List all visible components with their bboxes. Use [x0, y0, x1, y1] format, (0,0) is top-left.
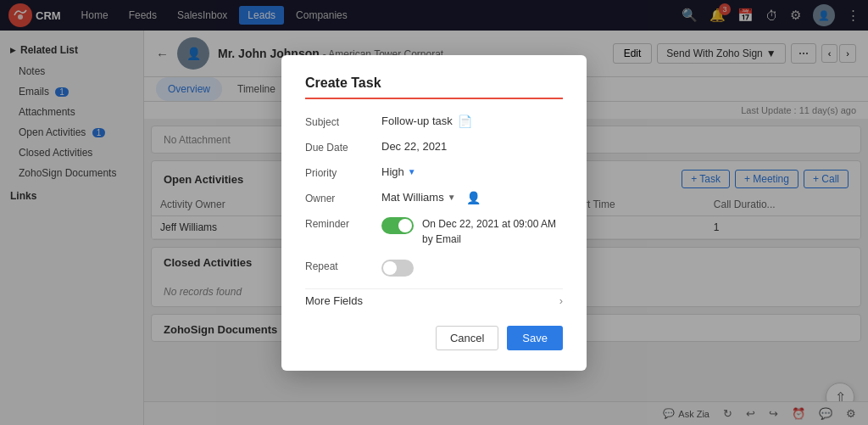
- save-button[interactable]: Save: [507, 326, 563, 350]
- reminder-text: On Dec 22, 2021 at 09:00 AM by Email: [422, 216, 556, 247]
- reminder-row: Reminder On Dec 22, 2021 at 09:00 AM by …: [305, 216, 563, 247]
- priority-dropdown[interactable]: High ▼: [381, 165, 416, 178]
- priority-label: Priority: [305, 165, 373, 179]
- file-icon: 📄: [458, 115, 472, 128]
- repeat-value: [381, 259, 563, 277]
- owner-dropdown-icon: ▼: [448, 193, 456, 202]
- toggle-knob: [398, 219, 412, 232]
- subject-row: Subject Follow-up task 📄: [305, 115, 563, 128]
- reminder-toggle-container: On Dec 22, 2021 at 09:00 AM by Email: [381, 216, 556, 247]
- repeat-toggle-knob: [383, 261, 397, 275]
- subject-label: Subject: [305, 115, 373, 128]
- due-date-row: Due Date Dec 22, 2021: [305, 140, 563, 154]
- modal-title: Create Task: [305, 75, 563, 99]
- reminder-value: On Dec 22, 2021 at 09:00 AM by Email: [381, 216, 563, 247]
- reminder-label: Reminder: [305, 216, 373, 230]
- priority-dropdown-icon: ▼: [408, 167, 416, 176]
- owner-row: Owner Mat Williams ▼ 👤: [305, 191, 563, 204]
- more-fields-arrow-icon: ›: [559, 294, 563, 307]
- due-date-label: Due Date: [305, 140, 373, 154]
- due-date-value: Dec 22, 2021: [381, 140, 563, 153]
- more-fields-row[interactable]: More Fields ›: [305, 288, 563, 312]
- repeat-label: Repeat: [305, 259, 373, 272]
- modal-overlay: Create Task Subject Follow-up task 📄 Due…: [0, 0, 868, 425]
- create-task-modal: Create Task Subject Follow-up task 📄 Due…: [281, 55, 587, 371]
- owner-person-icon: 👤: [466, 191, 481, 204]
- repeat-row: Repeat: [305, 259, 563, 277]
- priority-value[interactable]: High ▼: [381, 165, 563, 178]
- repeat-toggle[interactable]: [381, 260, 414, 277]
- priority-row: Priority High ▼: [305, 165, 563, 179]
- owner-dropdown[interactable]: Mat Williams ▼: [381, 191, 456, 204]
- subject-value: Follow-up task 📄: [381, 115, 563, 128]
- reminder-toggle[interactable]: [381, 217, 414, 234]
- more-fields-label: More Fields: [305, 294, 363, 307]
- owner-label: Owner: [305, 191, 373, 204]
- cancel-button[interactable]: Cancel: [436, 326, 498, 350]
- owner-value: Mat Williams ▼ 👤: [381, 191, 563, 204]
- modal-footer: Cancel Save: [305, 326, 563, 350]
